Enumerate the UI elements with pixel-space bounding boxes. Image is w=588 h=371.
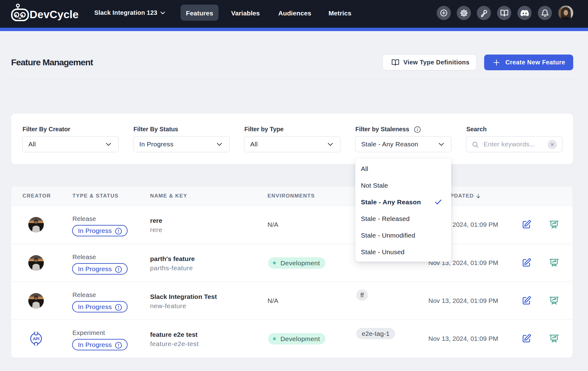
svg-text:API: API (33, 336, 39, 341)
